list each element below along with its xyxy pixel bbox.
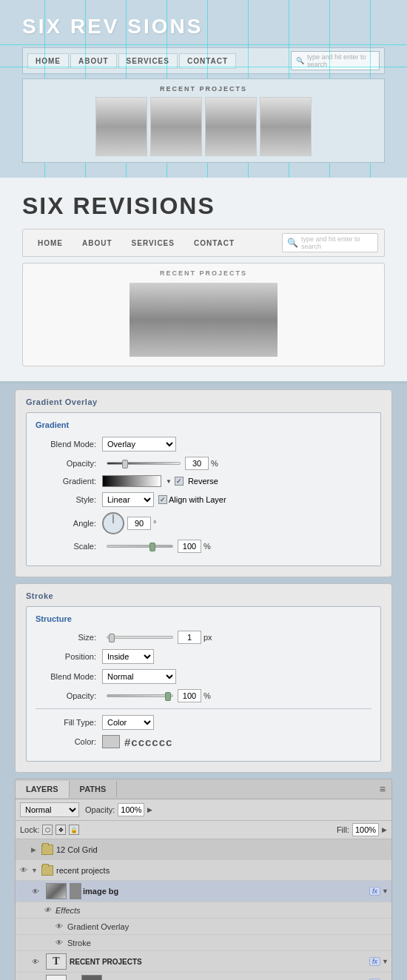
opacity-thumb[interactable] xyxy=(122,460,128,469)
wireframe-img-3 xyxy=(205,97,257,156)
size-input[interactable] xyxy=(178,631,201,644)
rendered-nav-services[interactable]: SERVICES xyxy=(123,236,184,250)
layer-expand-12col[interactable]: ▶ xyxy=(31,846,40,853)
layer-fx-rptext[interactable]: fx xyxy=(369,957,380,966)
layers-header: LAYERS PATHS ≡ xyxy=(16,779,391,799)
layers-opacity-label: Opacity: xyxy=(85,805,115,814)
effects-eye[interactable]: 👁 xyxy=(42,905,53,916)
stroke-inner-title: Structure xyxy=(36,614,371,623)
rendered-nav-contact[interactable]: CONTACT xyxy=(185,236,243,250)
scale-input[interactable] xyxy=(178,540,201,553)
wireframe-img-4 xyxy=(260,97,312,156)
angle-label: Angle: xyxy=(36,519,102,528)
color-hex: #cccccc xyxy=(124,736,172,748)
stroke-opacity-label: Opacity: xyxy=(36,691,102,700)
layer-stroke-effect: 👁 Stroke xyxy=(16,935,391,951)
scale-slider[interactable] xyxy=(107,545,173,548)
layer-eye-12col[interactable] xyxy=(18,845,29,855)
stroke-opacity-thumb[interactable] xyxy=(165,692,171,701)
angle-circle[interactable] xyxy=(102,512,124,534)
stroke-opacity-input[interactable] xyxy=(178,689,201,702)
lock-all-icon[interactable]: 🔒 xyxy=(69,825,79,835)
layer-folder-12col xyxy=(41,845,53,855)
layer-gradient-overlay: 👁 Gradient Overlay xyxy=(16,919,391,935)
rendered-section: SIX REVISIONS HOME ABOUT SERVICES CONTAC… xyxy=(0,178,407,383)
rendered-nav: HOME ABOUT SERVICES CONTACT 🔍 type and h… xyxy=(22,229,385,257)
wireframe-search[interactable]: 🔍 type and hit enter to search xyxy=(291,51,380,70)
layer-eye-rptext[interactable]: 👁 xyxy=(30,956,41,967)
tab-layers[interactable]: LAYERS xyxy=(16,781,70,798)
rendered-search[interactable]: 🔍 type and hit enter to search xyxy=(282,233,378,252)
layer-12-col-grid[interactable]: ▶ 12 Col Grid xyxy=(16,839,391,860)
stroke-divider xyxy=(36,708,371,709)
rendered-nav-about[interactable]: ABOUT xyxy=(73,236,121,250)
gradient-overlay-panel: Gradient Overlay Gradient Blend Mode: Ov… xyxy=(15,389,392,577)
scale-label: Scale: xyxy=(36,542,102,551)
gradient-picker-row: ▼ Reverse xyxy=(102,475,218,487)
fill-type-row: Fill Type: Color Gradient Pattern xyxy=(36,715,371,730)
rendered-nav-home[interactable]: HOME xyxy=(29,236,72,250)
layer-name-imagebg: image bg xyxy=(83,887,366,896)
align-layer-checkbox[interactable] xyxy=(158,495,167,504)
size-slider[interactable] xyxy=(107,636,173,639)
gradient-overlay-eye[interactable]: 👁 xyxy=(54,922,64,932)
layer-recent-projects-text[interactable]: 👁 T RECENT PROJECTS fx ▼ xyxy=(16,951,391,973)
layer-recent-projects[interactable]: 👁 ▼ recent projects xyxy=(16,860,391,881)
lock-pixel-icon[interactable]: ⬡ xyxy=(42,825,53,835)
blend-mode-row: Blend Mode: Overlay xyxy=(36,437,371,452)
wireframe-nav-contact[interactable]: CONTACT xyxy=(179,53,236,69)
opacity-slider[interactable] xyxy=(107,462,181,465)
fill-type-select[interactable]: Color Gradient Pattern xyxy=(102,715,154,730)
layers-opacity-input[interactable] xyxy=(118,803,144,816)
stroke-blend-select[interactable]: Normal xyxy=(102,669,176,684)
stroke-size-row: Size: px xyxy=(36,631,371,644)
layer-eye-imagebg[interactable]: 👁 xyxy=(30,886,41,896)
gradient-label: Gradient: xyxy=(36,477,102,486)
layer-eye-recent[interactable]: 👁 xyxy=(18,865,29,876)
stroke-opacity-slider[interactable] xyxy=(107,694,173,697)
layer-name-12col: 12 Col Grid xyxy=(56,845,378,854)
lock-position-icon[interactable]: ✥ xyxy=(56,825,66,835)
blend-mode-select[interactable]: Overlay xyxy=(102,437,176,452)
layer-expand-arrow-rptext[interactable]: ▼ xyxy=(382,958,388,965)
position-select[interactable]: Inside Outside Center xyxy=(102,649,154,664)
layers-opacity-arrow[interactable]: ▶ xyxy=(147,806,152,813)
gradient-dropdown-arrow[interactable]: ▼ xyxy=(166,478,172,485)
layer-expand-recent[interactable]: ▼ xyxy=(31,867,40,874)
layers-blend-select[interactable]: Normal xyxy=(20,802,79,817)
gradient-overlay-effect-label: Gradient Overlay xyxy=(67,922,129,931)
layers-menu-icon[interactable]: ≡ xyxy=(374,779,391,799)
fill-input[interactable] xyxy=(352,823,379,836)
layer-expand-arrow-imagebg[interactable]: ▼ xyxy=(382,887,388,895)
gradient-row: Gradient: ▼ Reverse xyxy=(36,475,371,487)
layer-name-recent: recent projects xyxy=(56,866,388,875)
size-thumb[interactable] xyxy=(109,634,115,642)
reverse-checkbox[interactable] xyxy=(175,477,184,486)
scale-row: Scale: % xyxy=(36,540,371,553)
color-swatch[interactable] xyxy=(102,735,120,748)
wireframe-nav-services[interactable]: SERVICES xyxy=(118,53,178,69)
fill-arrow[interactable]: ▶ xyxy=(382,826,387,833)
angle-unit: ° xyxy=(153,519,156,528)
opacity-input[interactable] xyxy=(185,457,209,470)
layer-thumb-rptext: T xyxy=(46,953,67,970)
layers-panel: LAYERS PATHS ≡ Normal Opacity: ▶ Lock: ⬡… xyxy=(15,779,392,980)
stroke-eye[interactable]: 👁 xyxy=(54,938,64,948)
color-label: Color: xyxy=(36,737,102,746)
fill-label: Fill: xyxy=(337,825,349,834)
wireframe-nav-about[interactable]: ABOUT xyxy=(70,53,117,69)
style-select[interactable]: Linear xyxy=(102,492,154,507)
layer-fx-imagebg[interactable]: fx xyxy=(369,887,380,896)
gradient-preview[interactable] xyxy=(102,475,161,487)
scale-thumb[interactable] xyxy=(149,543,155,551)
tab-paths[interactable]: PATHS xyxy=(70,781,118,797)
wireframe-nav: HOME ABOUT SERVICES CONTACT 🔍 type and h… xyxy=(22,47,385,74)
layer-image-bg[interactable]: 👁 image bg fx ▼ xyxy=(16,881,391,902)
guide-h-1 xyxy=(0,44,407,45)
angle-input[interactable] xyxy=(127,517,151,530)
layer-top-bar[interactable]: 👁 ⛓ top bar fx ▼ xyxy=(16,973,391,980)
wireframe-nav-home[interactable]: HOME xyxy=(27,53,69,69)
stroke-opacity-row: Opacity: % xyxy=(36,689,371,702)
wireframe-search-icon: 🔍 xyxy=(296,57,304,64)
size-unit: px xyxy=(204,633,212,642)
